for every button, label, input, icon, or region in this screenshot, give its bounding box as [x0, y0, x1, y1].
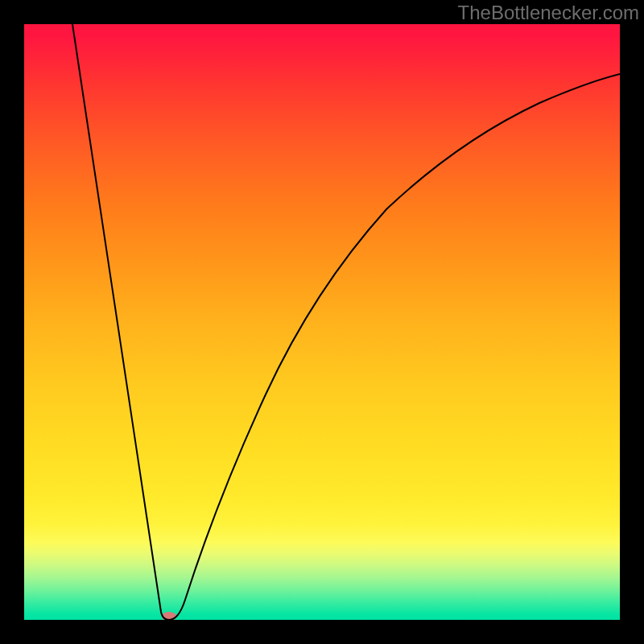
chart-frame: TheBottlenecker.com	[0, 0, 644, 644]
curve-path	[72, 24, 620, 620]
watermark-text: TheBottlenecker.com	[458, 2, 639, 24]
plot-area	[24, 24, 620, 620]
chart-svg	[24, 24, 620, 620]
